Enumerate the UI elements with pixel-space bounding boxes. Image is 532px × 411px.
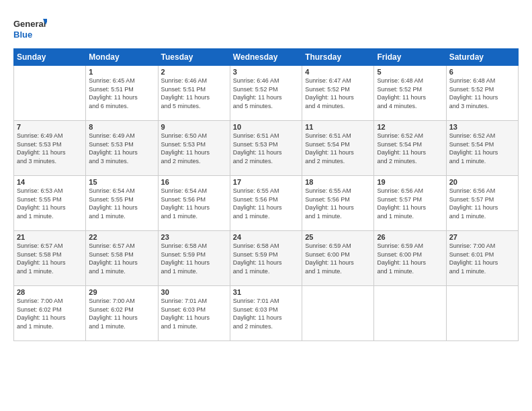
day-info: Sunrise: 6:53 AM Sunset: 5:55 PM Dayligh… (17, 187, 83, 220)
day-number: 19 (377, 178, 443, 186)
day-info: Sunrise: 7:00 AM Sunset: 6:02 PM Dayligh… (89, 297, 154, 330)
week-row-4: 21Sunrise: 6:57 AM Sunset: 5:58 PM Dayli… (14, 231, 519, 286)
logo-svg: General Blue (13, 15, 47, 44)
weekday-header-saturday: Saturday (446, 49, 518, 66)
calendar-cell: 25Sunrise: 6:59 AM Sunset: 6:00 PM Dayli… (302, 231, 374, 286)
day-info: Sunrise: 6:49 AM Sunset: 5:53 PM Dayligh… (17, 132, 83, 165)
calendar-cell: 16Sunrise: 6:54 AM Sunset: 5:56 PM Dayli… (158, 176, 230, 231)
day-number: 14 (17, 178, 83, 186)
calendar-cell: 10Sunrise: 6:51 AM Sunset: 5:53 PM Dayli… (230, 121, 302, 176)
calendar-cell: 20Sunrise: 6:56 AM Sunset: 5:57 PM Dayli… (446, 176, 518, 231)
calendar-cell: 28Sunrise: 7:00 AM Sunset: 6:02 PM Dayli… (14, 286, 86, 341)
calendar-cell: 19Sunrise: 6:56 AM Sunset: 5:57 PM Dayli… (374, 176, 446, 231)
svg-text:General: General (13, 19, 46, 29)
calendar-cell: 12Sunrise: 6:52 AM Sunset: 5:54 PM Dayli… (374, 121, 446, 176)
calendar-cell: 26Sunrise: 6:59 AM Sunset: 6:00 PM Dayli… (374, 231, 446, 286)
calendar-cell: 2Sunrise: 6:46 AM Sunset: 5:51 PM Daylig… (158, 66, 230, 121)
day-info: Sunrise: 7:00 AM Sunset: 6:02 PM Dayligh… (17, 297, 83, 330)
day-info: Sunrise: 6:46 AM Sunset: 5:52 PM Dayligh… (233, 77, 299, 110)
calendar-cell: 14Sunrise: 6:53 AM Sunset: 5:55 PM Dayli… (14, 176, 86, 231)
page-container: General Blue SundayMondayTuesdayWednesda… (0, 0, 532, 348)
day-number: 30 (161, 288, 227, 296)
calendar-cell (446, 286, 518, 341)
day-number: 23 (161, 233, 227, 241)
calendar-cell (14, 66, 86, 121)
day-info: Sunrise: 6:47 AM Sunset: 5:52 PM Dayligh… (305, 77, 371, 110)
day-info: Sunrise: 7:01 AM Sunset: 6:03 PM Dayligh… (233, 297, 299, 330)
weekday-header-tuesday: Tuesday (158, 49, 230, 66)
day-number: 5 (377, 68, 443, 76)
day-number: 7 (17, 123, 83, 131)
day-number: 10 (233, 123, 299, 131)
day-info: Sunrise: 6:59 AM Sunset: 6:00 PM Dayligh… (377, 242, 443, 275)
day-number: 4 (305, 68, 371, 76)
weekday-header-row: SundayMondayTuesdayWednesdayThursdayFrid… (14, 49, 519, 66)
day-info: Sunrise: 6:58 AM Sunset: 5:59 PM Dayligh… (233, 242, 299, 275)
day-number: 31 (233, 288, 299, 296)
calendar-cell: 23Sunrise: 6:58 AM Sunset: 5:59 PM Dayli… (158, 231, 230, 286)
day-info: Sunrise: 7:01 AM Sunset: 6:03 PM Dayligh… (161, 297, 227, 330)
day-number: 22 (89, 233, 154, 241)
day-number: 16 (161, 178, 227, 186)
day-number: 21 (17, 233, 83, 241)
day-info: Sunrise: 6:48 AM Sunset: 5:52 PM Dayligh… (377, 77, 443, 110)
calendar-cell: 22Sunrise: 6:57 AM Sunset: 5:58 PM Dayli… (86, 231, 158, 286)
calendar-cell: 13Sunrise: 6:52 AM Sunset: 5:54 PM Dayli… (446, 121, 518, 176)
calendar-cell: 5Sunrise: 6:48 AM Sunset: 5:52 PM Daylig… (374, 66, 446, 121)
calendar-cell: 11Sunrise: 6:51 AM Sunset: 5:54 PM Dayli… (302, 121, 374, 176)
day-info: Sunrise: 6:52 AM Sunset: 5:54 PM Dayligh… (377, 132, 443, 165)
day-info: Sunrise: 6:46 AM Sunset: 5:51 PM Dayligh… (161, 77, 227, 110)
day-number: 2 (161, 68, 227, 76)
calendar-cell: 9Sunrise: 6:50 AM Sunset: 5:53 PM Daylig… (158, 121, 230, 176)
weekday-header-sunday: Sunday (14, 49, 86, 66)
calendar-cell: 30Sunrise: 7:01 AM Sunset: 6:03 PM Dayli… (158, 286, 230, 341)
day-number: 12 (377, 123, 443, 131)
day-info: Sunrise: 6:55 AM Sunset: 5:56 PM Dayligh… (305, 187, 371, 220)
day-info: Sunrise: 6:57 AM Sunset: 5:58 PM Dayligh… (17, 242, 83, 275)
weekday-header-monday: Monday (86, 49, 158, 66)
day-info: Sunrise: 6:54 AM Sunset: 5:55 PM Dayligh… (89, 187, 154, 220)
calendar-cell: 24Sunrise: 6:58 AM Sunset: 5:59 PM Dayli… (230, 231, 302, 286)
day-info: Sunrise: 6:45 AM Sunset: 5:51 PM Dayligh… (89, 77, 154, 110)
day-info: Sunrise: 6:51 AM Sunset: 5:54 PM Dayligh… (305, 132, 371, 165)
day-info: Sunrise: 6:51 AM Sunset: 5:53 PM Dayligh… (233, 132, 299, 165)
week-row-2: 7Sunrise: 6:49 AM Sunset: 5:53 PM Daylig… (14, 121, 519, 176)
day-info: Sunrise: 6:58 AM Sunset: 5:59 PM Dayligh… (161, 242, 227, 275)
calendar-cell: 3Sunrise: 6:46 AM Sunset: 5:52 PM Daylig… (230, 66, 302, 121)
calendar-cell: 29Sunrise: 7:00 AM Sunset: 6:02 PM Dayli… (86, 286, 158, 341)
day-info: Sunrise: 6:57 AM Sunset: 5:58 PM Dayligh… (89, 242, 154, 275)
calendar-cell: 1Sunrise: 6:45 AM Sunset: 5:51 PM Daylig… (86, 66, 158, 121)
day-info: Sunrise: 6:55 AM Sunset: 5:56 PM Dayligh… (233, 187, 299, 220)
weekday-header-thursday: Thursday (302, 49, 374, 66)
calendar-cell: 8Sunrise: 6:49 AM Sunset: 5:53 PM Daylig… (86, 121, 158, 176)
day-info: Sunrise: 6:50 AM Sunset: 5:53 PM Dayligh… (161, 132, 227, 165)
calendar-cell: 21Sunrise: 6:57 AM Sunset: 5:58 PM Dayli… (14, 231, 86, 286)
day-number: 26 (377, 233, 443, 241)
calendar-cell: 31Sunrise: 7:01 AM Sunset: 6:03 PM Dayli… (230, 286, 302, 341)
weekday-header-wednesday: Wednesday (230, 49, 302, 66)
calendar-cell: 6Sunrise: 6:48 AM Sunset: 5:52 PM Daylig… (446, 66, 518, 121)
day-info: Sunrise: 6:59 AM Sunset: 6:00 PM Dayligh… (305, 242, 371, 275)
logo: General Blue (13, 15, 47, 44)
day-number: 25 (305, 233, 371, 241)
day-number: 28 (17, 288, 83, 296)
calendar-cell: 27Sunrise: 7:00 AM Sunset: 6:01 PM Dayli… (446, 231, 518, 286)
weekday-header-friday: Friday (374, 49, 446, 66)
day-info: Sunrise: 6:56 AM Sunset: 5:57 PM Dayligh… (377, 187, 443, 220)
calendar-cell (302, 286, 374, 341)
day-number: 20 (449, 178, 515, 186)
day-number: 11 (305, 123, 371, 131)
svg-text:Blue: Blue (13, 30, 32, 40)
day-number: 1 (89, 68, 154, 76)
calendar-cell: 7Sunrise: 6:49 AM Sunset: 5:53 PM Daylig… (14, 121, 86, 176)
day-number: 8 (89, 123, 154, 131)
header: General Blue (13, 12, 519, 44)
day-number: 18 (305, 178, 371, 186)
day-number: 29 (89, 288, 154, 296)
day-number: 6 (449, 68, 515, 76)
day-info: Sunrise: 7:00 AM Sunset: 6:01 PM Dayligh… (449, 242, 515, 275)
calendar-cell (374, 286, 446, 341)
day-info: Sunrise: 6:49 AM Sunset: 5:53 PM Dayligh… (89, 132, 154, 165)
week-row-1: 1Sunrise: 6:45 AM Sunset: 5:51 PM Daylig… (14, 66, 519, 121)
calendar-cell: 18Sunrise: 6:55 AM Sunset: 5:56 PM Dayli… (302, 176, 374, 231)
